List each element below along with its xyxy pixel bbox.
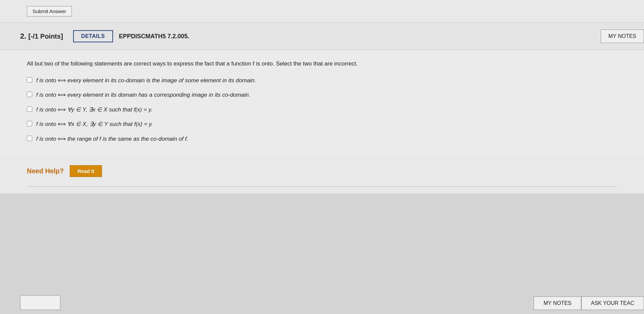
my-notes-button[interactable]: MY NOTES	[601, 30, 644, 43]
need-help-section: Need Help? Read It	[0, 156, 644, 180]
option-label-1[interactable]: f is onto ⟺ every element in its co-doma…	[36, 76, 256, 85]
read-it-button[interactable]: Read It	[70, 165, 102, 177]
ask-teacher-button[interactable]: ASK YOUR TEAC	[581, 297, 644, 310]
option-checkbox-3[interactable]	[27, 106, 32, 112]
option-row-5: f is onto ⟺ the range of f is the same a…	[27, 135, 617, 143]
bottom-left-area	[20, 295, 60, 310]
option-label-5[interactable]: f is onto ⟺ the range of f is the same a…	[36, 135, 188, 143]
option-row-4: f is onto ⟺ ∀x ∈ X, ∃y ∈ Y such that f(x…	[27, 120, 617, 129]
my-notes-bottom-button[interactable]: MY NOTES	[534, 297, 581, 310]
option-checkbox-1[interactable]	[27, 77, 32, 83]
option-row-2: f is onto ⟺ every element in its domain …	[27, 91, 617, 99]
option-label-4[interactable]: f is onto ⟺ ∀x ∈ X, ∃y ∈ Y such that f(x…	[36, 120, 153, 129]
question-number: 2. [-/1 Points]	[20, 32, 68, 41]
option-label-2[interactable]: f is onto ⟺ every element in its domain …	[36, 91, 250, 99]
option-label-3[interactable]: f is onto ⟺ ∀y ∈ Y, ∃x ∈ X such that f(x…	[36, 105, 153, 114]
submit-answer-button[interactable]: Submit Answer	[27, 6, 72, 16]
section-divider	[27, 186, 617, 187]
bottom-bar: MY NOTES ASK YOUR TEAC	[534, 297, 644, 310]
bottom-left-button[interactable]	[20, 295, 60, 310]
top-bar: Submit Answer	[0, 0, 644, 23]
option-row-1: f is onto ⟺ every element in its co-doma…	[27, 76, 617, 85]
question-body: All but two of the following statements …	[0, 50, 644, 156]
option-checkbox-5[interactable]	[27, 136, 32, 141]
option-checkbox-4[interactable]	[27, 121, 32, 126]
page-wrapper: Submit Answer 2. [-/1 Points] DETAILS EP…	[0, 0, 644, 314]
points-label: [-/1 Points]	[28, 33, 63, 40]
question-text: All but two of the following statements …	[27, 59, 617, 68]
question-section: 2. [-/1 Points] DETAILS EPPDISCMATH5 7.2…	[0, 23, 644, 193]
option-checkbox-2[interactable]	[27, 92, 32, 97]
option-row-3: f is onto ⟺ ∀y ∈ Y, ∃x ∈ X such that f(x…	[27, 105, 617, 114]
need-help-label: Need Help?	[27, 167, 64, 175]
details-button[interactable]: DETAILS	[73, 30, 113, 42]
question-code: EPPDISCMATH5 7.2.005.	[119, 33, 190, 40]
question-header: 2. [-/1 Points] DETAILS EPPDISCMATH5 7.2…	[0, 23, 644, 50]
